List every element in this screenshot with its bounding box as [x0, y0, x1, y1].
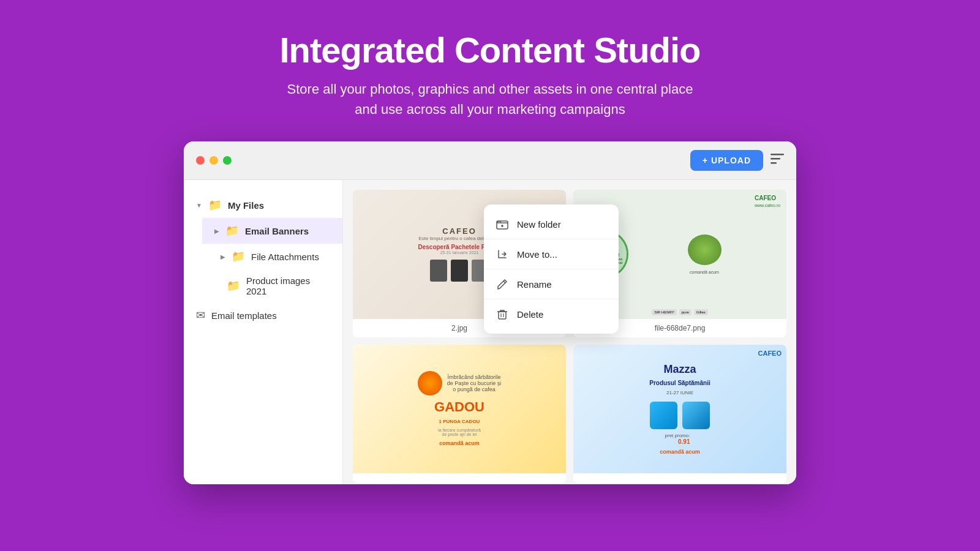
- page-subtitle: Store all your photos, graphics and othe…: [279, 79, 700, 119]
- svg-rect-0: [771, 154, 784, 156]
- svg-rect-7: [499, 312, 506, 319]
- maximize-button[interactable]: [223, 156, 232, 165]
- close-button[interactable]: [196, 156, 205, 165]
- delete-label: Delete: [517, 309, 543, 320]
- upload-button[interactable]: + UPLOAD: [690, 150, 763, 171]
- sidebar-item-product-images[interactable]: 📁 Product images 2021: [202, 269, 342, 302]
- sort-icon[interactable]: [771, 154, 784, 168]
- window-controls: [196, 156, 232, 165]
- context-menu: New folder Move to...: [484, 204, 619, 334]
- chevron-down-icon: ▼: [196, 202, 202, 209]
- context-menu-new-folder[interactable]: New folder: [484, 209, 619, 239]
- product-images-label: Product images 2021: [246, 276, 330, 296]
- rename-icon: [496, 278, 508, 290]
- move-to-label: Move to...: [517, 249, 557, 260]
- chevron-right-icon: ▶: [221, 253, 225, 260]
- my-files-label: My Files: [228, 200, 264, 211]
- folder-icon: 📁: [225, 224, 239, 238]
- email-templates-label: Email templates: [211, 310, 277, 321]
- svg-rect-2: [771, 162, 777, 164]
- sidebar-item-my-files[interactable]: ▼ 📁 My Files: [184, 192, 342, 218]
- minimize-button[interactable]: [209, 156, 218, 165]
- title-bar: + UPLOAD: [184, 141, 796, 180]
- context-menu-rename[interactable]: Rename: [484, 269, 619, 299]
- file-attachments-label: File Attachments: [251, 252, 319, 262]
- sidebar-item-file-attachments[interactable]: ▶ 📁 File Attachments: [202, 244, 342, 269]
- svg-line-6: [503, 281, 505, 283]
- chevron-right-icon: ▶: [214, 228, 219, 234]
- context-menu-move-to[interactable]: Move to...: [484, 239, 619, 269]
- folder-icon: 📁: [227, 279, 240, 293]
- image-card-3[interactable]: Îmbrăcând sărbătorile de Paște cu bucuri…: [353, 345, 566, 484]
- delete-icon: [496, 308, 508, 320]
- email-banners-label: Email Banners: [245, 226, 309, 236]
- new-folder-label: New folder: [517, 219, 561, 230]
- image-thumb-3: Îmbrăcând sărbătorile de Paște cu bucuri…: [353, 345, 566, 474]
- email-icon: ✉: [196, 309, 205, 322]
- app-window: + UPLOAD ▼ 📁 My Files ▶: [184, 141, 796, 484]
- image-card-4[interactable]: CAFEO Mazza Produsul Săptămânii 21-27 IU…: [573, 345, 786, 484]
- context-menu-delete[interactable]: Delete: [484, 299, 619, 329]
- title-bar-actions: + UPLOAD: [690, 150, 784, 171]
- content-area: CAFEO Este timpul pentru o cafea delicio…: [343, 180, 796, 484]
- image-label-4: [573, 473, 786, 483]
- sidebar-item-email-banners[interactable]: ▶ 📁 Email Banners: [202, 218, 342, 244]
- svg-rect-1: [771, 158, 780, 160]
- rename-label: Rename: [517, 279, 552, 290]
- folder-icon: 📁: [232, 250, 245, 263]
- folder-icon: 📁: [208, 198, 222, 212]
- new-folder-icon: [496, 218, 508, 230]
- page-header: Integrated Content Studio Store all your…: [279, 0, 700, 141]
- main-layout: ▼ 📁 My Files ▶ 📁 Email Banners ▶ 📁 File …: [184, 180, 796, 484]
- image-thumb-4: CAFEO Mazza Produsul Săptămânii 21-27 IU…: [573, 345, 786, 474]
- sidebar-sub: ▶ 📁 Email Banners ▶ 📁 File Attachments 📁…: [184, 218, 342, 302]
- image-label-3: [353, 473, 566, 483]
- sidebar: ▼ 📁 My Files ▶ 📁 Email Banners ▶ 📁 File …: [184, 180, 343, 484]
- move-to-icon: [496, 248, 508, 260]
- sidebar-item-email-templates[interactable]: ✉ Email templates: [184, 302, 342, 328]
- page-title: Integrated Content Studio: [279, 29, 700, 70]
